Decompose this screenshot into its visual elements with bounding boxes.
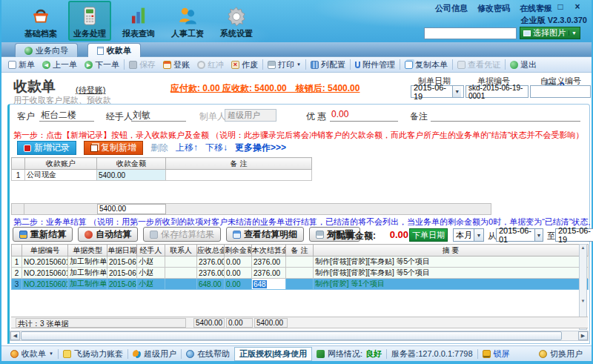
nav-basic-files[interactable]: 基础档案 [19,1,62,41]
add-record-icon [24,145,31,152]
page-title: 收款单 [13,77,56,96]
account-row[interactable]: 1 公司现金 5400.00 [12,170,312,181]
col-header[interactable]: 备 注 [286,245,314,257]
from-date-combo[interactable]: 2015-06-01▼ [496,228,543,242]
more-actions-link[interactable]: 更多操作>>> [235,142,286,154]
date-cell: 2015-06-01 [107,268,137,279]
next-doc-button[interactable]: ▶下一单 [81,59,123,70]
close-button[interactable]: × [572,1,583,12]
chevron-down-icon[interactable]: ▼ [452,86,461,97]
custom-no-field[interactable] [530,85,591,98]
amount-cell[interactable]: 5400.00 [97,170,166,181]
make-date-combo[interactable]: 2015-06-19▼ [411,85,464,98]
remark-cell[interactable] [166,170,312,181]
col-header[interactable]: 应收总金额 [197,245,225,257]
account-total-row: 5400.00 [11,203,491,215]
settleable-amount-value: 0.00 [379,229,408,240]
nav-hr-payroll[interactable]: 人事工资 [166,1,209,41]
col-header[interactable]: 备 注 [166,158,312,170]
table-row[interactable]: 2 NO.201506010004 加工制作单 2015-06-01 小赵 23… [12,268,589,279]
horizontal-scrollbar[interactable]: ◀ ▶ [10,331,589,341]
column-config-button[interactable]: 列配置 [307,59,349,70]
doc-no-field[interactable]: skd-2015-06-19-0001 [466,85,529,98]
prev-doc-button[interactable]: ◀上一单 [39,59,81,70]
col-header[interactable]: 收款账户 [25,158,97,170]
switch-user-button[interactable]: 切换用户 [534,348,587,360]
settle-amount-cell[interactable]: 2376.00 [252,257,286,268]
print-button[interactable]: 打印▼ [264,59,305,70]
contact-cell [165,257,197,268]
tab-business-wizard[interactable]: 业务向导 [15,43,78,57]
view-settle-detail-button[interactable]: 查看结算明细 [226,227,304,242]
col-header[interactable]: 收款金额 [97,158,166,170]
scroll-left-arrow[interactable]: ◀ [10,331,20,340]
selected-text: 648 [253,280,267,288]
discount-field[interactable]: 0.00 [330,109,398,122]
copy-add-button[interactable]: 复制新增 [84,141,143,155]
lock-screen-button[interactable]: 锁屏 [478,348,514,360]
document-toolbar: 新单 ◀上一单 ▶下一单 保存 登账 红冲 ×作废 打印▼ 列配置 附件管理 复… [1,57,592,73]
remark-field[interactable] [431,109,580,122]
view-voucher-button[interactable]: 查看凭证 [454,59,504,70]
save-settle-button[interactable]: 保存结算结果 [143,227,221,242]
move-down-link[interactable]: 下移↓ [205,142,228,154]
summary-settle: 5400.00 [254,318,288,328]
col-header[interactable]: 单据编号 [22,245,68,257]
table-row-selected[interactable]: 3 NO.201506010006 加工制作单 2015-06-01 小赵 64… [12,279,589,290]
rownum-header[interactable] [12,245,22,257]
settle-amount-cell[interactable]: 2376.00 [252,268,286,279]
add-record-button[interactable]: 新增记录 [17,141,76,155]
chevron-down-icon[interactable]: ▼ [534,229,543,241]
scrollbar-thumb[interactable] [21,331,562,340]
delete-link[interactable]: 删除 [150,142,168,154]
tab-receipt-form[interactable]: 收款单 [87,43,141,57]
to-date-combo[interactable]: 2015-06-19▼ [555,228,593,242]
recalculate-button[interactable]: 重新结算 [13,227,73,242]
maximize-button[interactable]: □ [555,1,566,12]
statusbar-doc-menu[interactable]: 收款单▼ [6,348,58,360]
col-header[interactable]: 单据日期 [107,245,137,257]
exit-button[interactable]: 退出 [506,59,540,70]
date-cell: 2015-06-01 [107,279,137,290]
auto-settle-button[interactable]: 自动结算 [78,227,138,242]
account-set-item[interactable]: 飞扬动力账套 [59,348,127,360]
col-header[interactable]: 本次结算金额 [252,245,286,257]
handler-field[interactable]: 刘敏 [131,109,186,122]
new-doc-button[interactable]: 新单 [4,59,39,70]
red-reverse-button[interactable]: 红冲 [193,59,228,70]
post-account-button[interactable]: 登账 [159,59,193,70]
settle-amount-edit-cell[interactable]: 648 [252,279,286,290]
pick-image-button[interactable]: 选择图片 ▼ [520,27,580,39]
attachment-button[interactable]: 附件管理 [351,59,399,70]
scroll-right-arrow[interactable]: ▶ [578,331,588,340]
table-row[interactable]: 1 NO.201506010003 加工制作单 2015-06-01 小赵 23… [12,257,589,268]
copy-icon [405,61,413,69]
move-up-link[interactable]: 上移↑ [176,142,198,154]
current-user-item[interactable]: 超级用户 [128,348,181,360]
summary-receivable: 5400.00 [193,318,225,328]
col-header[interactable]: 剩余金额 [225,245,252,257]
app-window: 基础档案 业务处理 报表查询 人事工资 系统设置 公司信息 修改密码 在线客服 [0,0,593,364]
company-info-link[interactable]: 公司信息 [435,3,468,14]
image-path-input[interactable] [424,27,517,39]
customer-field[interactable]: 柜台二楼 [39,109,94,122]
nav-reports[interactable]: 报表查询 [117,1,160,41]
gear-icon [225,5,248,27]
save-button[interactable]: 保存 [125,59,159,70]
void-button[interactable]: ×作废 [228,59,262,70]
order-date-button[interactable]: 下单日期 [409,228,448,242]
online-help-item[interactable]: 在线帮助 [182,348,234,360]
rownum-header[interactable] [12,158,25,170]
nav-business[interactable]: 业务处理 [68,1,111,41]
col-header[interactable]: 联系人 [165,245,197,257]
minimize-button[interactable]: — [538,1,549,12]
col-header[interactable]: 经手人 [137,245,165,257]
copy-doc-button[interactable]: 复制本单 [401,59,451,70]
period-combo[interactable]: 本月▼ [453,228,484,242]
col-header[interactable]: 单据类型 [68,245,107,257]
account-cell[interactable]: 公司现金 [25,170,97,181]
nav-settings[interactable]: 系统设置 [215,1,258,41]
chevron-down-icon[interactable]: ▼ [474,229,483,241]
change-password-link[interactable]: 修改密码 [477,3,510,14]
col-header[interactable]: 摘 要 [314,245,589,257]
